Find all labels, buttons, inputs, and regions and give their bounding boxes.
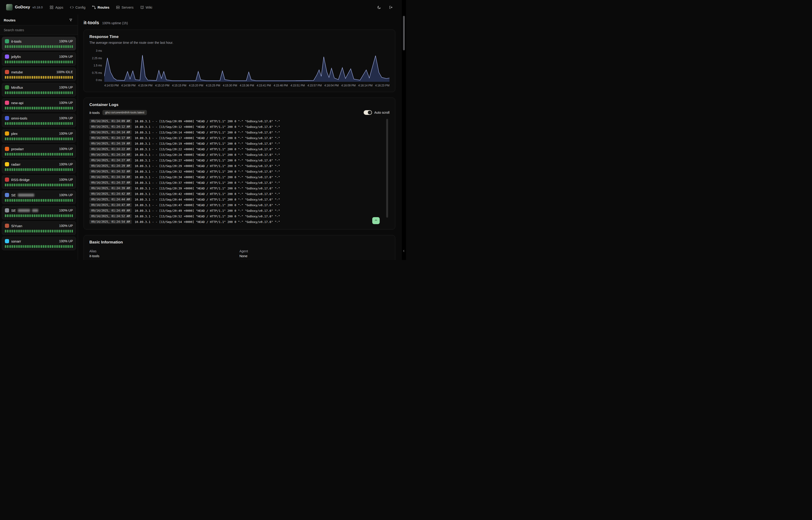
chart-x-axis: 4:14:53 PM4:14:59 PM4:15:04 PM4:15:10 PM… <box>104 84 390 87</box>
y-tick-label: 2.25 ms <box>92 57 102 60</box>
x-tick-label: 4:15:46 PM <box>274 84 288 87</box>
route-item-sonarr[interactable]: sonarr100% UP <box>2 237 76 250</box>
auto-scroll-toggle[interactable] <box>364 110 372 115</box>
response-time-chart: 3 ms2.25 ms1.5 ms0.75 ms0 ms <box>89 49 390 82</box>
log-message: 10.89.3.1 - - [13/Sep/20:27 +0000] "HEAD… <box>135 159 280 162</box>
logs-route-name: it-tools <box>89 111 100 114</box>
route-name: it-tools <box>11 40 21 43</box>
route-item-miniflux[interactable]: Miniflux100% UP <box>2 83 76 97</box>
route-name: metube <box>11 70 23 74</box>
log-message: 10.89.3.1 - - [13/Sep/20:44 +0000] "HEAD… <box>135 198 280 201</box>
log-row: 09/14/2025, 01:24:12 AM10.89.3.1 - - [13… <box>89 124 384 130</box>
x-tick-label: 4:15:20 PM <box>189 84 203 87</box>
logout-button[interactable] <box>389 5 393 10</box>
route-list: it-tools100% UPjellyfin100% UPmetube100%… <box>0 35 78 260</box>
scroll-to-top-button[interactable] <box>372 217 380 224</box>
main-nav: AppsConfigRoutesServersWiki <box>50 4 152 10</box>
nav-item-label: Wiki <box>146 5 152 9</box>
route-item-new-api[interactable]: new-api100% UP <box>2 98 76 112</box>
route-name: omni-tools <box>11 116 27 120</box>
search-input[interactable] <box>0 25 78 35</box>
route-item-it-tools[interactable]: it-tools100% UP <box>2 37 76 50</box>
container-logs-card: Container Logs it-tools ghcr.io/corentin… <box>84 98 395 230</box>
log-message: 10.89.3.1 - - [13/Sep/20:32 +0000] "HEAD… <box>135 170 280 173</box>
y-tick-label: 0 ms <box>96 79 102 82</box>
log-message: 10.89.3.1 - - [13/Sep/20:14 +0000] "HEAD… <box>135 131 280 134</box>
log-timestamp: 09/14/2025, 01:24:44 AM <box>89 197 132 202</box>
app-name: GoDoxy <box>15 5 30 9</box>
filter-button[interactable] <box>67 18 74 22</box>
route-favicon <box>5 70 9 74</box>
logs-scrollbar[interactable] <box>386 119 388 217</box>
nav-item-config[interactable]: Config <box>70 4 85 10</box>
nav-item-apps[interactable]: Apps <box>50 4 63 10</box>
x-tick-label: 4:15:51 PM <box>290 84 305 87</box>
log-message: 10.89.3.1 - - [13/Sep/20:49 +0000] "HEAD… <box>135 209 280 212</box>
log-timestamp: 09/14/2025, 01:24:37 AM <box>89 181 132 185</box>
route-health-bars <box>5 60 73 63</box>
route-item-radarr[interactable]: radarr100% UP <box>2 160 76 173</box>
chart-plot-area <box>104 49 390 82</box>
log-rows: 09/14/2025, 01:24:09 AM10.89.3.1 - - [13… <box>89 119 384 225</box>
route-item-jellyfin[interactable]: jellyfin100% UP <box>2 52 76 66</box>
route-item-rss-bridge[interactable]: RSS-Bridge100% UP <box>2 175 76 189</box>
card-subtitle: The average response time of the route o… <box>89 41 390 45</box>
log-timestamp: 09/14/2025, 01:24:47 AM <box>89 203 132 207</box>
route-status: 100% UP <box>59 162 73 166</box>
log-row: 09/14/2025, 01:24:37 AM10.89.3.1 - - [13… <box>89 180 384 185</box>
godoxy-app: GoDoxy v0.18.0 AppsConfigRoutesServersWi… <box>0 0 406 260</box>
nav-item-routes[interactable]: Routes <box>92 4 109 10</box>
route-status: 100% UP <box>59 147 73 151</box>
drawer-expand-button[interactable] <box>402 246 406 256</box>
route-item-se-10[interactable]: SE100% UP <box>2 190 76 204</box>
route-name: new-api <box>11 101 24 105</box>
nav-item-wiki[interactable]: Wiki <box>140 4 152 10</box>
log-timestamp: 09/14/2025, 01:24:54 AM <box>89 220 132 224</box>
log-row: 09/14/2025, 01:24:47 AM10.89.3.1 - - [13… <box>89 202 384 208</box>
x-tick-label: 4:15:41 PM <box>256 84 271 87</box>
route-health-bars <box>5 45 73 48</box>
x-tick-label: 4:15:25 PM <box>206 84 220 87</box>
brand: GoDoxy v0.18.0 <box>6 4 43 10</box>
route-name: sonarr <box>11 239 21 243</box>
x-tick-label: 4:15:36 PM <box>240 84 254 87</box>
route-health-bars <box>5 107 73 109</box>
info-label: Alias <box>89 249 240 253</box>
log-timestamp: 09/14/2025, 01:24:12 AM <box>89 125 132 129</box>
route-status: 100% UP <box>59 239 73 243</box>
log-timestamp: 09/14/2025, 01:24:24 AM <box>89 153 132 157</box>
app-version: v0.18.0 <box>32 6 43 9</box>
log-row: 09/14/2025, 01:24:14 AM10.89.3.1 - - [13… <box>89 130 384 135</box>
logout-icon <box>389 5 393 9</box>
route-status: 100% UP <box>59 116 73 120</box>
log-timestamp: 09/14/2025, 01:24:27 AM <box>89 158 132 162</box>
route-item-omni-tools[interactable]: omni-tools100% UP <box>2 114 76 127</box>
page-scrollbar-thumb[interactable] <box>403 16 405 50</box>
log-row: 09/14/2025, 01:24:54 AM10.89.3.1 - - [13… <box>89 219 384 225</box>
x-tick-label: 4:16:09 PM <box>341 84 356 87</box>
route-health-bars <box>5 245 73 248</box>
grid-icon <box>50 5 54 9</box>
main-content: it-tools 100% uptime (1h) Response Time … <box>78 15 406 260</box>
log-row: 09/14/2025, 01:24:49 AM10.89.3.1 - - [13… <box>89 208 384 213</box>
chart-y-axis: 3 ms2.25 ms1.5 ms0.75 ms0 ms <box>89 49 104 82</box>
route-item-se-11[interactable]: SE100% UP <box>2 206 76 219</box>
log-row: 09/14/2025, 01:24:34 AM10.89.3.1 - - [13… <box>89 174 384 180</box>
log-message: 10.89.3.1 - - [13/Sep/20:39 +0000] "HEAD… <box>135 187 280 190</box>
route-health-bars <box>5 199 73 202</box>
route-item-plex[interactable]: plex100% UP <box>2 129 76 142</box>
log-timestamp: 09/14/2025, 01:24:09 AM <box>89 119 132 123</box>
log-timestamp: 09/14/2025, 01:24:34 AM <box>89 175 132 179</box>
route-item-siyuan[interactable]: SiYuan100% UP <box>2 221 76 235</box>
route-status: 100% IDLE <box>56 70 73 74</box>
x-tick-label: 4:14:59 PM <box>121 84 136 87</box>
theme-toggle-button[interactable] <box>377 5 382 10</box>
toggle-thumb <box>368 111 371 114</box>
route-item-metube[interactable]: metube100% IDLE <box>2 68 76 81</box>
nav-item-servers[interactable]: Servers <box>116 4 134 10</box>
nav-item-label: Routes <box>97 5 109 9</box>
y-tick-label: 0.75 ms <box>92 71 102 75</box>
route-item-prowlarr[interactable]: prowlarr100% UP <box>2 145 76 158</box>
autoscroll-label: Auto scroll <box>374 111 390 114</box>
route-favicon <box>5 193 9 197</box>
